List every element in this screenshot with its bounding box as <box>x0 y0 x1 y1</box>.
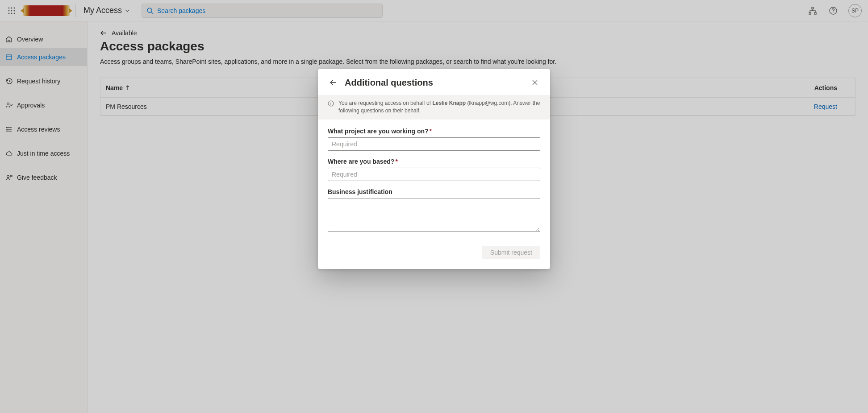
field-label: Business justification <box>328 188 540 195</box>
dialog-footer: Submit request <box>318 243 550 269</box>
additional-questions-dialog: Additional questions You are requesting … <box>318 69 550 269</box>
requestee-name: Leslie Knapp <box>432 100 466 106</box>
justification-textarea[interactable] <box>328 198 540 232</box>
arrow-left-icon <box>330 79 337 86</box>
info-text: You are requesting access on behalf of L… <box>338 99 540 115</box>
field-label: What project are you working on?* <box>328 128 540 135</box>
field-project: What project are you working on?* <box>328 128 540 151</box>
submit-request-button[interactable]: Submit request <box>482 246 540 259</box>
location-input[interactable] <box>328 168 540 181</box>
field-location: Where are you based?* <box>328 158 540 181</box>
info-banner: You are requesting access on behalf of L… <box>318 95 550 120</box>
dialog-title: Additional questions <box>345 78 523 88</box>
svg-point-26 <box>330 102 331 102</box>
dialog-back-button[interactable] <box>328 77 338 88</box>
required-indicator: * <box>395 158 397 165</box>
close-icon <box>532 79 538 86</box>
dialog-body: What project are you working on?* Where … <box>318 120 550 243</box>
dialog-close-button[interactable] <box>530 77 540 88</box>
field-label: Where are you based?* <box>328 158 540 165</box>
dialog-header: Additional questions <box>318 69 550 95</box>
required-indicator: * <box>430 128 432 135</box>
info-icon <box>328 100 334 107</box>
field-justification: Business justification <box>328 188 540 233</box>
modal-overlay: Additional questions You are requesting … <box>0 0 868 413</box>
project-input[interactable] <box>328 137 540 151</box>
